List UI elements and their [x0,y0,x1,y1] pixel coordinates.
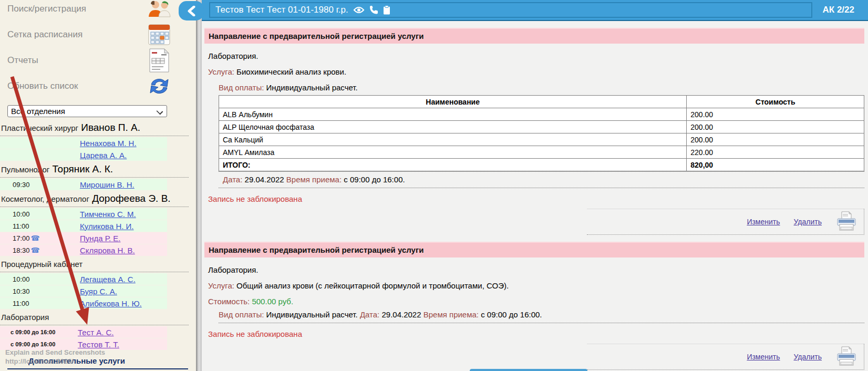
nav-item-schedule-grid[interactable]: Сетка расписания [7,22,196,47]
cost-value: 500.00 руб. [252,297,293,306]
sidebar: Поиск/регистрация Сетка расписания [0,0,196,371]
group-doctor-name: Дорофеева Э. В. [89,193,171,204]
appointment-row: с 09:00 до 16:00Тест А. С. [0,326,167,338]
delete-link[interactable]: Удалить [794,353,822,361]
nav-item-label: Сетка расписания [7,29,82,40]
patient-link[interactable]: Тестов Т. Т. [78,340,119,349]
appointment-time: 11:00 [0,222,80,230]
app-window: Поиск/регистрация Сетка расписания [0,0,868,371]
table-header-row: Наименование Стоимость [219,96,864,108]
appointment-time: с 09:00 до 16:00 [0,341,78,347]
edit-link[interactable]: Изменить [747,353,780,361]
schedule-group-header: Лаборатория [0,310,189,325]
group-profession: Пластический хирург [1,123,78,132]
calendar-icon[interactable] [147,23,172,47]
table-row: ALB Альбумин 200.00 [219,108,864,121]
appointment-row: 09:30Мирошин В. Н. [0,179,167,190]
patient-link[interactable]: Легащева А. С. [80,275,136,284]
patient-link[interactable]: Ненахова М. Н. [80,139,137,148]
schedule-group-header: Процедурный кабинет [0,257,189,272]
phone-booking-icon: ☎ [31,234,40,242]
time-label: Время приема: [286,175,342,184]
patient-title: Тестов Тест Тест 01-01-1980 г.р. [215,5,348,15]
clipboard-icon[interactable] [383,5,390,15]
print-icon[interactable] [835,346,857,368]
schedule-group-header: Пластический хирург Иванов П. А. [0,120,189,136]
date-value: 29.04.2022 [381,310,421,319]
patient-link[interactable]: Царева А. А. [80,151,127,160]
service-line: Услуга: Общий анализ крови (с лейкоцитар… [208,281,864,290]
edit-link[interactable]: Изменить [747,218,780,226]
patient-link[interactable]: Склярова Н. В. [80,246,135,255]
payment-label: Вид оплаты: [219,310,264,319]
nav-item-label: Обновить список [7,81,78,91]
service-name-cell: AMYL Амилаза [219,146,687,159]
people-icon[interactable] [147,0,172,21]
date-value: 29.04.2022 [245,175,284,184]
patient-link[interactable]: Тест А. С. [78,328,114,337]
patient-topbar: Тестов Тест Тест 01-01-1980 г.р. [202,0,868,21]
patient-link[interactable]: Пунда Р. Е. [80,234,121,243]
service-cost-cell: 200.00 [687,108,864,121]
appointment-time: 11:00 [0,300,80,307]
appointment-time: 18:30☎ [0,246,80,254]
phone-icon[interactable] [369,5,378,15]
record-header: Направление с предварительной регистраци… [204,242,864,257]
service-cost-cell: 200.00 [687,121,864,133]
cost-label: Стоимость: [208,297,250,306]
group-profession: Косметолог, дерматолог [1,194,89,203]
service-label: Услуга: [208,281,234,290]
total-label-cell: ИТОГО: [219,159,687,171]
nav-item-search-registration[interactable]: Поиск/регистрация [7,0,196,22]
record-header: Направление с предварительной регистраци… [204,28,864,44]
appointment-row: 10:00Легащева А. С. [0,273,167,285]
report-icon[interactable] [147,48,172,73]
service-value: Биохимический анализ крови. [236,67,346,76]
collapse-sidebar-button[interactable] [179,1,204,20]
table-row: Ca Кальций 200.00 [219,133,864,146]
appointment-row: Ненахова М. Н. [0,137,167,149]
panel-divider[interactable] [196,0,202,371]
refresh-icon[interactable] [147,74,172,98]
table-row: AMYL Амилаза 220.00 [219,146,864,159]
appointment-time: 09:30 [0,181,80,189]
appointment-time: 10:00 [0,210,80,218]
referral-record: Направление с предварительной регистраци… [204,242,864,370]
schedule-list: Пластический хирург Иванов П. А.Ненахова… [0,120,196,350]
group-profession: Процедурный кабинет [1,260,82,269]
payment-line: Вид оплаты: Индивидуальный расчет. [219,83,864,92]
extra-services-heading: Дополнительные услуги [7,355,188,369]
nav-item-label: Поиск/регистрация [7,4,86,14]
department-select[interactable]: Все отделения [7,105,167,117]
nav-item-reports[interactable]: Отчеты [7,47,196,73]
patient-link[interactable]: Мирошин В. Н. [80,180,135,189]
payment-date-line: Вид оплаты: Индивидуальный расчет. Дата:… [219,310,864,319]
time-label: Время приема: [423,310,479,319]
phone-booking-icon: ☎ [31,246,40,254]
appointment-row: Царева А. А. [0,149,167,161]
appointment-time: с 09:00 до 16:00 [0,329,78,335]
eye-icon[interactable] [353,6,365,14]
patient-link[interactable]: Куликова Н. И. [80,222,134,231]
service-label: Услуга: [208,67,234,76]
service-value: Общий анализ крови (с лейкоцитарной форм… [236,281,509,290]
department-line: Лаборатория. [208,265,864,274]
record-actions: Изменить Удалить [587,344,864,370]
payment-value: Индивидуальный расчет. [266,83,358,92]
appointment-row: 11:00Куликова Н. И. [0,220,167,232]
status-text: Запись не заблокирована [208,194,864,203]
print-icon[interactable] [835,211,857,233]
patient-link[interactable]: Тимченко С. М. [80,210,136,219]
department-line: Лаборатория. [208,51,864,60]
cost-line: Стоимость: 500.00 руб. [208,297,864,306]
record-body: Лаборатория. Услуга: Биохимический анали… [204,44,864,235]
appointment-time: 10:30 [0,287,80,295]
nav-item-refresh-list[interactable]: Обновить список [7,73,196,99]
column-header-cost: Стоимость [687,96,864,108]
main-panel: Тестов Тест Тест 01-01-1980 г.р. [202,0,868,371]
patient-link[interactable]: Буяр С. А. [80,287,117,296]
delete-link[interactable]: Удалить [794,218,822,226]
table-total-row: ИТОГО: 820,00 [219,159,864,171]
hidden-bottom-button[interactable] [470,369,587,371]
patient-link[interactable]: Алибекова Н. Ю. [80,299,142,308]
